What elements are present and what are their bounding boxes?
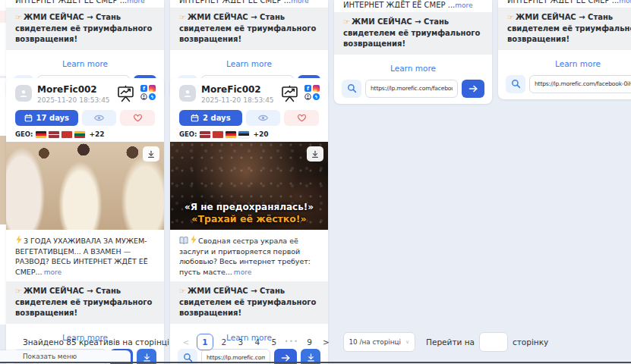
more-link[interactable]: more	[291, 0, 308, 3]
facebook-icon: f	[304, 85, 311, 92]
cta-text-block: ☞ЖМИ СЕЙЧАС → Стань свидетелем её триумф…	[6, 281, 164, 324]
download-image-button[interactable]	[307, 146, 323, 162]
days-active-button[interactable]: 2 days	[179, 110, 242, 126]
placements: f ϟ	[304, 85, 320, 101]
creative-image: «Я не предохранялась!» «Трахай её жёстко…	[170, 142, 328, 230]
preview-button[interactable]	[246, 110, 281, 126]
favorite-button[interactable]	[284, 110, 319, 126]
page-button[interactable]: 3	[235, 334, 247, 350]
creative-image	[6, 142, 164, 230]
more-link[interactable]: more	[44, 268, 62, 276]
person-icon	[183, 89, 192, 98]
flag-latvia-icon	[200, 131, 210, 138]
flag-latvia-icon	[49, 131, 59, 138]
profile-name: MoreFic002	[201, 85, 280, 95]
flag-germany-icon	[226, 131, 236, 138]
pointing-hand-icon: ☞	[343, 17, 350, 26]
image-overlay-text: «Я не предохранялась!» «Трахай её жёстко…	[170, 202, 328, 225]
geo-row: GEO: +20	[170, 126, 328, 142]
profile-name: MoreFic002	[37, 85, 116, 95]
page-size-select[interactable]: 10 /на сторінці ∨	[343, 332, 416, 352]
learn-more-link[interactable]: Learn more	[62, 59, 108, 68]
flag-red-icon	[213, 131, 223, 138]
pagination-ellipsis[interactable]: •••	[285, 334, 299, 350]
cta-text-block: ☞ЖМИ СЕЙЧАС → Стань свидетелем её триумф…	[6, 8, 164, 50]
prev-page-button[interactable]: <	[180, 334, 192, 350]
open-url-button[interactable]	[462, 80, 484, 98]
landing-url-input[interactable]	[365, 80, 458, 98]
page-button[interactable]: 9	[304, 334, 316, 350]
book-icon	[179, 237, 188, 244]
person-icon	[19, 89, 28, 98]
results-summary: Знайдено 85 креативів на сторінці	[23, 337, 169, 347]
pointing-hand-icon: ☞	[507, 13, 514, 21]
flag-red-icon	[62, 131, 72, 138]
heart-icon	[297, 114, 307, 122]
creative-description: 3 ГОДА УХАЖИВАЛА ЗА МУЖЕМ-ВЕГЕТАТИВЦЕМ..…	[6, 230, 164, 280]
learn-more-link[interactable]: Learn more	[555, 59, 601, 68]
show-menu-button[interactable]: Показать меню	[0, 350, 131, 362]
truncated-description: ИНТЕРНЕТ ЖДЁТ ЕЁ СМЕР ...more	[343, 0, 483, 8]
pointing-hand-icon: ☞	[15, 13, 22, 21]
presentation-board-icon[interactable]	[116, 85, 135, 102]
landing-url-input[interactable]	[529, 75, 631, 93]
placements: f ϟ	[140, 85, 156, 101]
cta-text-block: ☞ЖМИ СЕЙЧАС → Стань свидетелем её триумф…	[498, 8, 631, 50]
more-link[interactable]: more	[619, 0, 631, 3]
pointing-hand-icon: ☞	[179, 13, 186, 21]
lightning-icon	[190, 235, 197, 244]
learn-more-link[interactable]: Learn more	[390, 64, 436, 73]
cta-text-block: ☞ЖМИ СЕЙЧАС → Стань свидетелем её триумф…	[334, 12, 492, 55]
audience-network-icon	[304, 93, 311, 100]
creative-datetime: 2025-11-20 18:53:45	[37, 96, 116, 104]
search-button[interactable]	[506, 75, 525, 93]
page-button[interactable]: 2	[218, 334, 230, 350]
facebook-icon: f	[140, 85, 147, 92]
audience-network-icon	[140, 93, 147, 100]
partial-card-left-sliver	[0, 11, 6, 23]
creative-card: MoreFic002 2025-11-20 18:53:45 f ϟ 2 day…	[170, 78, 328, 364]
search-button[interactable]	[342, 80, 361, 98]
page-button[interactable]: 5	[268, 334, 280, 350]
arrow-right-icon	[469, 84, 478, 93]
creative-description: Сводная сестра украла её заслуги и притв…	[170, 230, 328, 280]
ad-creatives-page: ИНТЕРНЕТ ЖДЁТ ЕЁ СМЕР ...more ☞ЖМИ СЕЙЧА…	[0, 0, 631, 364]
download-image-button[interactable]	[143, 146, 159, 162]
goto-page-input[interactable]	[479, 332, 508, 352]
more-link[interactable]: more	[455, 2, 472, 8]
pagination-bar: Знайдено 85 креативів на сторінці < 1 2 …	[23, 332, 548, 352]
geo-label: GEO:	[179, 130, 197, 138]
favorite-button[interactable]	[120, 110, 155, 126]
creative-card: MoreFic002 2025-11-20 18:53:45 f ϟ 17 da…	[6, 78, 164, 364]
messenger-icon: ϟ	[149, 93, 156, 100]
geo-row: GEO: +22	[6, 126, 164, 142]
calendar-icon	[24, 114, 33, 122]
pointing-hand-icon: ☞	[179, 287, 186, 295]
lightning-icon	[15, 235, 22, 244]
days-active-button[interactable]: 17 days	[15, 110, 78, 126]
page-button[interactable]: 4	[251, 334, 263, 350]
eye-icon	[257, 114, 269, 122]
search-icon	[347, 83, 357, 93]
more-link[interactable]: more	[127, 0, 144, 3]
more-link[interactable]: more	[234, 268, 251, 276]
next-page-button[interactable]: >	[320, 334, 333, 350]
creative-card-partial: ИНТЕРНЕТ ЖДЁТ ЕЁ СМЕР ...more ☞ЖМИ СЕЙЧА…	[334, 0, 492, 104]
flag-germany-icon	[36, 131, 46, 138]
download-icon	[143, 353, 151, 362]
preview-button[interactable]	[82, 110, 117, 126]
download-icon	[311, 150, 319, 158]
heart-icon	[133, 114, 143, 122]
search-icon	[511, 79, 521, 89]
window-bottom-edge	[0, 362, 631, 363]
geo-more-count: +22	[89, 130, 104, 138]
page-button-active[interactable]: 1	[197, 334, 213, 350]
creative-card-partial: ИНТЕРНЕТ ЖДЁТ ЕЁ СМЕР ...more ☞ЖМИ СЕЙЧА…	[498, 0, 631, 99]
calendar-icon	[191, 114, 199, 122]
presentation-board-icon[interactable]	[280, 85, 299, 102]
cta-text-block: ☞ЖМИ СЕЙЧАС → Стань свидетелем её триумф…	[170, 281, 328, 324]
truncated-description: ИНТЕРНЕТ ЖДЁТ ЕЁ СМЕР ...more	[15, 0, 155, 3]
learn-more-link[interactable]: Learn more	[226, 59, 272, 68]
cta-text-block: ☞ЖМИ СЕЙЧАС → Стань свидетелем её триумф…	[170, 8, 328, 50]
download-icon	[147, 150, 155, 158]
